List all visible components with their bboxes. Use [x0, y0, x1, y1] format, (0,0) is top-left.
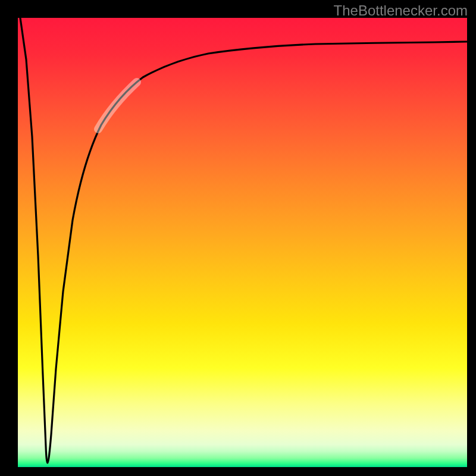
curve-highlight-segment	[98, 82, 137, 129]
plot-area	[18, 18, 467, 467]
chart-frame: TheBottlenecker.com	[0, 0, 476, 476]
bottleneck-curve	[20, 18, 467, 463]
curve-layer	[18, 18, 467, 467]
attribution-text: TheBottlenecker.com	[334, 2, 468, 19]
